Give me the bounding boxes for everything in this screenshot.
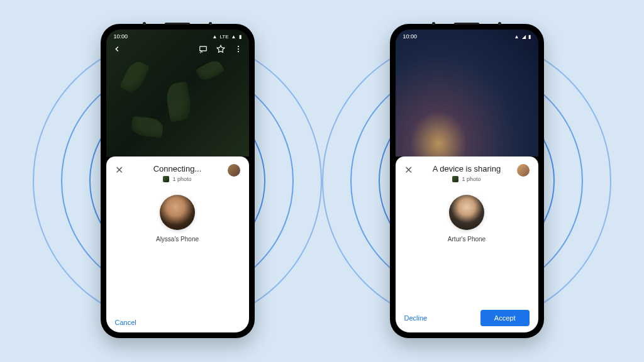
cancel-button[interactable]: Cancel: [115, 319, 136, 326]
star-icon[interactable]: [216, 45, 225, 56]
network-label: LTE: [220, 34, 229, 40]
svg-point-3: [237, 51, 238, 52]
receiver-phone-zone: 10:00 ▲ ◢ ▮ ✕ A device is sharing 1 phot…: [385, 21, 548, 341]
cast-icon[interactable]: [199, 45, 208, 56]
battery-icon: ▮: [239, 34, 242, 40]
battery-icon: ▮: [528, 34, 531, 40]
target-device[interactable]: Alyssa's Phone: [115, 195, 240, 315]
share-count: 1 photo: [172, 176, 191, 182]
signal-icon: ◢: [522, 34, 526, 40]
source-name: Artur's Phone: [448, 236, 486, 243]
status-bar: 10:00 ▲ LTE ▲ ▮: [106, 30, 249, 43]
receive-sheet: ✕ A device is sharing 1 photo Artur's Ph…: [396, 156, 538, 332]
home-wallpaper: [396, 30, 538, 156]
close-icon[interactable]: ✕: [115, 165, 123, 175]
svg-point-1: [237, 46, 238, 47]
status-time: 10:00: [114, 33, 128, 40]
account-avatar[interactable]: [228, 164, 240, 177]
accept-button[interactable]: Accept: [480, 310, 530, 326]
sender-phone-zone: 10:00 ▲ LTE ▲ ▮: [96, 21, 259, 341]
source-avatar: [449, 195, 484, 230]
status-time: 10:00: [403, 33, 418, 40]
wifi-icon: ▲: [514, 34, 519, 40]
close-icon[interactable]: ✕: [404, 165, 413, 175]
svg-point-2: [237, 48, 238, 50]
back-icon[interactable]: [113, 45, 121, 56]
photo-thumbnail-icon: [163, 176, 169, 182]
share-count: 1 photo: [462, 176, 480, 182]
sheet-title: A device is sharing: [433, 164, 501, 173]
share-summary: 1 photo: [115, 176, 240, 182]
target-name: Alyssa's Phone: [156, 236, 199, 243]
share-sheet: ✕ Connecting... 1 photo Alyssa's Phone C…: [106, 156, 249, 332]
account-avatar[interactable]: [517, 164, 530, 177]
svg-rect-0: [199, 47, 206, 51]
target-avatar: [160, 195, 195, 230]
more-icon[interactable]: [234, 45, 243, 56]
receiver-phone: 10:00 ▲ ◢ ▮ ✕ A device is sharing 1 phot…: [390, 24, 544, 338]
source-device[interactable]: Artur's Phone: [404, 195, 530, 306]
photo-thumbnail-icon: [452, 176, 458, 182]
share-summary: 1 photo: [404, 176, 530, 182]
sender-phone: 10:00 ▲ LTE ▲ ▮: [101, 24, 255, 338]
signal-icon: ▲: [213, 34, 218, 40]
photo-toolbar: [106, 45, 249, 56]
sheet-title: Connecting...: [153, 164, 202, 173]
decline-button[interactable]: Decline: [404, 314, 428, 322]
wifi-icon: ▲: [231, 34, 236, 40]
status-bar: 10:00 ▲ ◢ ▮: [396, 30, 538, 43]
